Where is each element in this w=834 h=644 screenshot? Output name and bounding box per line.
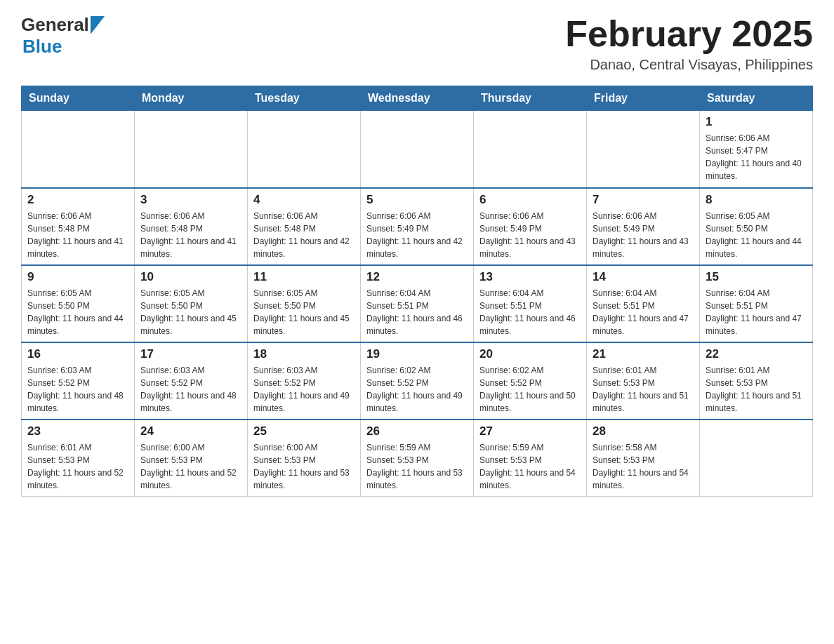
calendar-day-cell: 1Sunrise: 6:06 AMSunset: 5:47 PMDaylight… xyxy=(700,111,813,188)
day-number: 19 xyxy=(366,347,468,361)
day-number: 13 xyxy=(479,270,581,284)
day-info: Sunrise: 6:05 AMSunset: 5:50 PMDaylight:… xyxy=(253,287,355,337)
day-info: Sunrise: 6:03 AMSunset: 5:52 PMDaylight:… xyxy=(27,364,128,415)
calendar-day-cell xyxy=(22,111,135,188)
day-number: 8 xyxy=(706,193,807,207)
calendar-week-row: 16Sunrise: 6:03 AMSunset: 5:52 PMDayligh… xyxy=(22,342,813,420)
calendar-day-cell: 9Sunrise: 6:05 AMSunset: 5:50 PMDaylight… xyxy=(22,265,135,342)
day-info: Sunrise: 6:01 AMSunset: 5:53 PMDaylight:… xyxy=(706,364,807,415)
day-number: 21 xyxy=(593,347,694,361)
day-number: 27 xyxy=(479,424,581,438)
calendar-day-cell xyxy=(135,111,248,188)
calendar-day-cell: 5Sunrise: 6:06 AMSunset: 5:49 PMDaylight… xyxy=(361,188,474,265)
calendar-day-cell: 2Sunrise: 6:06 AMSunset: 5:48 PMDaylight… xyxy=(22,188,135,265)
calendar-day-cell: 27Sunrise: 5:59 AMSunset: 5:53 PMDayligh… xyxy=(474,420,587,497)
day-info: Sunrise: 6:01 AMSunset: 5:53 PMDaylight:… xyxy=(27,441,128,492)
calendar-day-cell: 15Sunrise: 6:04 AMSunset: 5:51 PMDayligh… xyxy=(700,265,813,342)
day-number: 24 xyxy=(140,424,241,438)
svg-marker-0 xyxy=(91,16,105,34)
calendar-day-cell: 10Sunrise: 6:05 AMSunset: 5:50 PMDayligh… xyxy=(135,265,248,342)
calendar-day-cell: 8Sunrise: 6:05 AMSunset: 5:50 PMDaylight… xyxy=(700,188,813,265)
calendar-day-cell xyxy=(248,111,361,188)
day-info: Sunrise: 6:03 AMSunset: 5:52 PMDaylight:… xyxy=(140,364,241,415)
day-info: Sunrise: 6:00 AMSunset: 5:53 PMDaylight:… xyxy=(253,441,355,492)
day-number: 15 xyxy=(706,270,807,284)
day-number: 17 xyxy=(140,347,241,361)
calendar-day-cell: 23Sunrise: 6:01 AMSunset: 5:53 PMDayligh… xyxy=(22,420,135,497)
calendar-week-row: 9Sunrise: 6:05 AMSunset: 5:50 PMDaylight… xyxy=(22,265,813,342)
calendar-day-cell: 13Sunrise: 6:04 AMSunset: 5:51 PMDayligh… xyxy=(474,265,587,342)
calendar-day-cell: 14Sunrise: 6:04 AMSunset: 5:51 PMDayligh… xyxy=(587,265,700,342)
calendar-day-cell: 22Sunrise: 6:01 AMSunset: 5:53 PMDayligh… xyxy=(700,342,813,420)
day-number: 2 xyxy=(27,193,128,207)
calendar-day-cell: 28Sunrise: 5:58 AMSunset: 5:53 PMDayligh… xyxy=(587,420,700,497)
calendar-week-row: 1Sunrise: 6:06 AMSunset: 5:47 PMDaylight… xyxy=(22,111,813,188)
day-info: Sunrise: 6:06 AMSunset: 5:49 PMDaylight:… xyxy=(593,210,694,260)
day-number: 10 xyxy=(140,270,241,284)
calendar-title: February 2025 xyxy=(565,14,813,54)
day-info: Sunrise: 6:00 AMSunset: 5:53 PMDaylight:… xyxy=(140,441,241,492)
day-info: Sunrise: 6:05 AMSunset: 5:50 PMDaylight:… xyxy=(27,287,128,337)
logo: General Blue xyxy=(21,14,105,58)
calendar-day-cell xyxy=(474,111,587,188)
calendar-table: SundayMondayTuesdayWednesdayThursdayFrid… xyxy=(21,86,813,497)
calendar-day-cell: 24Sunrise: 6:00 AMSunset: 5:53 PMDayligh… xyxy=(135,420,248,497)
day-number: 5 xyxy=(366,193,468,207)
page-header: General Blue February 2025 Danao, Centra… xyxy=(21,14,813,73)
day-number: 3 xyxy=(140,193,241,207)
day-info: Sunrise: 6:04 AMSunset: 5:51 PMDaylight:… xyxy=(593,287,694,337)
day-number: 25 xyxy=(253,424,355,438)
calendar-week-row: 2Sunrise: 6:06 AMSunset: 5:48 PMDaylight… xyxy=(22,188,813,265)
day-info: Sunrise: 6:06 AMSunset: 5:48 PMDaylight:… xyxy=(27,210,128,260)
day-number: 7 xyxy=(593,193,694,207)
logo-blue-text: Blue xyxy=(22,36,105,58)
logo-wrapper: General Blue xyxy=(21,14,105,58)
calendar-subtitle: Danao, Central Visayas, Philippines xyxy=(565,57,813,73)
day-info: Sunrise: 6:06 AMSunset: 5:49 PMDaylight:… xyxy=(479,210,581,260)
day-info: Sunrise: 6:06 AMSunset: 5:47 PMDaylight:… xyxy=(706,132,807,182)
calendar-day-cell: 12Sunrise: 6:04 AMSunset: 5:51 PMDayligh… xyxy=(361,265,474,342)
day-info: Sunrise: 6:02 AMSunset: 5:52 PMDaylight:… xyxy=(366,364,468,415)
day-header-friday: Friday xyxy=(587,86,700,111)
calendar-header-row: SundayMondayTuesdayWednesdayThursdayFrid… xyxy=(22,86,813,111)
calendar-day-cell: 25Sunrise: 6:00 AMSunset: 5:53 PMDayligh… xyxy=(248,420,361,497)
day-info: Sunrise: 5:59 AMSunset: 5:53 PMDaylight:… xyxy=(479,441,581,492)
day-number: 20 xyxy=(479,347,581,361)
calendar-day-cell: 3Sunrise: 6:06 AMSunset: 5:48 PMDaylight… xyxy=(135,188,248,265)
day-header-monday: Monday xyxy=(135,86,248,111)
day-number: 1 xyxy=(706,115,807,129)
day-header-tuesday: Tuesday xyxy=(248,86,361,111)
day-info: Sunrise: 6:05 AMSunset: 5:50 PMDaylight:… xyxy=(706,210,807,260)
day-number: 26 xyxy=(366,424,468,438)
day-number: 4 xyxy=(253,193,355,207)
day-info: Sunrise: 6:01 AMSunset: 5:53 PMDaylight:… xyxy=(593,364,694,415)
calendar-day-cell: 11Sunrise: 6:05 AMSunset: 5:50 PMDayligh… xyxy=(248,265,361,342)
day-info: Sunrise: 5:58 AMSunset: 5:53 PMDaylight:… xyxy=(593,441,694,492)
day-info: Sunrise: 6:06 AMSunset: 5:49 PMDaylight:… xyxy=(366,210,468,260)
day-number: 14 xyxy=(593,270,694,284)
day-header-wednesday: Wednesday xyxy=(361,86,474,111)
day-number: 16 xyxy=(27,347,128,361)
calendar-day-cell: 7Sunrise: 6:06 AMSunset: 5:49 PMDaylight… xyxy=(587,188,700,265)
logo-general-text: General xyxy=(21,14,89,36)
calendar-day-cell: 21Sunrise: 6:01 AMSunset: 5:53 PMDayligh… xyxy=(587,342,700,420)
title-area: February 2025 Danao, Central Visayas, Ph… xyxy=(565,14,813,73)
day-info: Sunrise: 6:06 AMSunset: 5:48 PMDaylight:… xyxy=(140,210,241,260)
day-number: 22 xyxy=(706,347,807,361)
day-number: 23 xyxy=(27,424,128,438)
calendar-week-row: 23Sunrise: 6:01 AMSunset: 5:53 PMDayligh… xyxy=(22,420,813,497)
calendar-day-cell: 26Sunrise: 5:59 AMSunset: 5:53 PMDayligh… xyxy=(361,420,474,497)
day-info: Sunrise: 6:03 AMSunset: 5:52 PMDaylight:… xyxy=(253,364,355,415)
logo-line1: General xyxy=(21,14,105,36)
day-header-saturday: Saturday xyxy=(700,86,813,111)
day-number: 12 xyxy=(366,270,468,284)
day-info: Sunrise: 6:06 AMSunset: 5:48 PMDaylight:… xyxy=(253,210,355,260)
day-header-sunday: Sunday xyxy=(22,86,135,111)
day-header-thursday: Thursday xyxy=(474,86,587,111)
day-info: Sunrise: 6:04 AMSunset: 5:51 PMDaylight:… xyxy=(706,287,807,337)
calendar-day-cell: 18Sunrise: 6:03 AMSunset: 5:52 PMDayligh… xyxy=(248,342,361,420)
day-info: Sunrise: 5:59 AMSunset: 5:53 PMDaylight:… xyxy=(366,441,468,492)
calendar-day-cell: 4Sunrise: 6:06 AMSunset: 5:48 PMDaylight… xyxy=(248,188,361,265)
logo-triangle-icon xyxy=(91,16,105,34)
day-info: Sunrise: 6:05 AMSunset: 5:50 PMDaylight:… xyxy=(140,287,241,337)
